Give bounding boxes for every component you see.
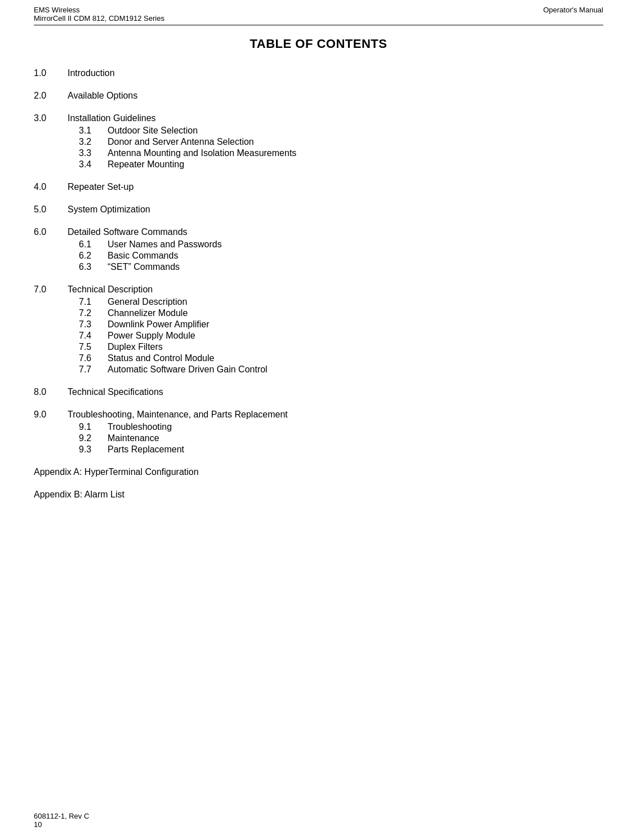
toc-sub-entry: 6.1User Names and Passwords [79, 239, 603, 250]
toc-section: 6.0Detailed Software Commands6.1User Nam… [34, 227, 603, 272]
toc-sub-entry: 6.3“SET” Commands [79, 262, 603, 272]
toc-sub-number: 3.4 [79, 159, 99, 170]
toc-main-entry: 1.0Introduction [34, 68, 603, 78]
toc-sub-title: Donor and Server Antenna Selection [108, 137, 254, 147]
toc-sub-number: 7.3 [79, 319, 99, 330]
company-name: EMS Wireless [34, 6, 164, 14]
toc-sub-number: 7.4 [79, 331, 99, 341]
toc-sub-title: General Description [108, 297, 187, 307]
toc-main-entry: 6.0Detailed Software Commands [34, 227, 603, 237]
toc-section: 9.0Troubleshooting, Maintenance, and Par… [34, 410, 603, 455]
page-number: 10 [34, 820, 603, 829]
toc-sub-entries: 9.1Troubleshooting9.2Maintenance9.3Parts… [79, 422, 603, 455]
toc-section: 7.0Technical Description7.1General Descr… [34, 285, 603, 375]
page-title: TABLE OF CONTENTS [34, 37, 603, 51]
toc-appendix: Appendix A: HyperTerminal Configuration [34, 467, 603, 477]
toc-main-entry: 2.0Available Options [34, 91, 603, 101]
header-right: Operator's Manual [543, 6, 603, 14]
toc-section-title: Repeater Set-up [68, 182, 133, 192]
toc-sub-number: 7.1 [79, 297, 99, 307]
page-header: EMS Wireless MirrorCell II CDM 812, CDM1… [34, 6, 603, 25]
toc-section-title: Troubleshooting, Maintenance, and Parts … [68, 410, 288, 420]
toc-section-title: Installation Guidelines [68, 113, 156, 123]
toc-sub-title: “SET” Commands [108, 262, 180, 272]
toc-sub-entry: 7.4Power Supply Module [79, 331, 603, 341]
header-left: EMS Wireless MirrorCell II CDM 812, CDM1… [34, 6, 164, 23]
toc-section-title: Available Options [68, 91, 137, 101]
toc-sub-title: Repeater Mounting [108, 159, 184, 170]
toc-section-title: Introduction [68, 68, 115, 78]
product-name: MirrorCell II CDM 812, CDM1912 Series [34, 14, 164, 23]
toc-main-entry: 9.0Troubleshooting, Maintenance, and Par… [34, 410, 603, 420]
toc-sub-entries: 7.1General Description7.2Channelizer Mod… [79, 297, 603, 375]
toc-sub-title: Automatic Software Driven Gain Control [108, 365, 268, 375]
toc-sub-title: Duplex Filters [108, 342, 163, 352]
toc-sub-entry: 6.2Basic Commands [79, 251, 603, 261]
toc-sub-entry: 9.1Troubleshooting [79, 422, 603, 432]
toc-sub-entries: 6.1User Names and Passwords6.2Basic Comm… [79, 239, 603, 272]
toc-section-title: Technical Specifications [68, 387, 163, 397]
toc-sub-number: 9.3 [79, 445, 99, 455]
toc-sub-title: Parts Replacement [108, 445, 184, 455]
toc-section: 4.0Repeater Set-up [34, 182, 603, 192]
toc-sub-entry: 7.5Duplex Filters [79, 342, 603, 352]
toc-sub-title: Power Supply Module [108, 331, 195, 341]
toc-section: 2.0Available Options [34, 91, 603, 101]
toc-sub-number: 3.2 [79, 137, 99, 147]
toc-sub-entry: 7.6Status and Control Module [79, 353, 603, 363]
toc-sub-title: Maintenance [108, 433, 159, 443]
appendix-title: Appendix A: HyperTerminal Configuration [34, 467, 199, 477]
toc-sub-number: 7.5 [79, 342, 99, 352]
toc-main-entry: 3.0Installation Guidelines [34, 113, 603, 123]
toc-sub-title: Channelizer Module [108, 308, 188, 318]
toc-section-title: Technical Description [68, 285, 153, 295]
toc-sub-entries: 3.1Outdoor Site Selection3.2Donor and Se… [79, 126, 603, 170]
toc-sub-entry: 3.3Antenna Mounting and Isolation Measur… [79, 148, 603, 158]
page-footer: 608112-1, Rev C 10 [34, 812, 603, 829]
toc-content: 1.0Introduction2.0Available Options3.0In… [34, 68, 603, 500]
toc-section: 5.0System Optimization [34, 205, 603, 215]
toc-sub-entry: 3.1Outdoor Site Selection [79, 126, 603, 136]
toc-sub-number: 7.7 [79, 365, 99, 375]
toc-sub-title: Downlink Power Amplifier [108, 319, 210, 330]
page-container: EMS Wireless MirrorCell II CDM 812, CDM1… [0, 0, 637, 840]
toc-main-entry: 4.0Repeater Set-up [34, 182, 603, 192]
toc-main-entry: 7.0Technical Description [34, 285, 603, 295]
toc-sub-title: Troubleshooting [108, 422, 172, 432]
toc-sub-title: Status and Control Module [108, 353, 214, 363]
toc-sub-entry: 7.2Channelizer Module [79, 308, 603, 318]
toc-sub-title: Outdoor Site Selection [108, 126, 198, 136]
toc-sub-entry: 7.7Automatic Software Driven Gain Contro… [79, 365, 603, 375]
toc-sub-title: Antenna Mounting and Isolation Measureme… [108, 148, 296, 158]
toc-section-number: 3.0 [34, 113, 56, 123]
toc-sub-number: 6.2 [79, 251, 99, 261]
toc-section-number: 5.0 [34, 205, 56, 215]
toc-section-number: 8.0 [34, 387, 56, 397]
toc-sub-title: User Names and Passwords [108, 239, 222, 250]
toc-section-number: 7.0 [34, 285, 56, 295]
toc-section-number: 1.0 [34, 68, 56, 78]
toc-sub-number: 7.6 [79, 353, 99, 363]
toc-sub-entry: 9.3Parts Replacement [79, 445, 603, 455]
toc-sub-entry: 7.1General Description [79, 297, 603, 307]
toc-section-number: 2.0 [34, 91, 56, 101]
toc-section: 8.0Technical Specifications [34, 387, 603, 397]
toc-sub-number: 6.3 [79, 262, 99, 272]
toc-sub-number: 3.1 [79, 126, 99, 136]
toc-sub-entry: 7.3Downlink Power Amplifier [79, 319, 603, 330]
toc-section-title: System Optimization [68, 205, 150, 215]
toc-section-title: Detailed Software Commands [68, 227, 188, 237]
toc-sub-entry: 3.2Donor and Server Antenna Selection [79, 137, 603, 147]
doc-number: 608112-1, Rev C [34, 812, 603, 820]
toc-section: 3.0Installation Guidelines3.1Outdoor Sit… [34, 113, 603, 170]
toc-sub-number: 6.1 [79, 239, 99, 250]
toc-main-entry: 5.0System Optimization [34, 205, 603, 215]
toc-sub-number: 9.2 [79, 433, 99, 443]
toc-sub-number: 7.2 [79, 308, 99, 318]
toc-sub-number: 9.1 [79, 422, 99, 432]
toc-sub-entry: 9.2Maintenance [79, 433, 603, 443]
appendix-title: Appendix B: Alarm List [34, 490, 124, 499]
toc-section-number: 4.0 [34, 182, 56, 192]
toc-sub-number: 3.3 [79, 148, 99, 158]
toc-section-number: 9.0 [34, 410, 56, 420]
